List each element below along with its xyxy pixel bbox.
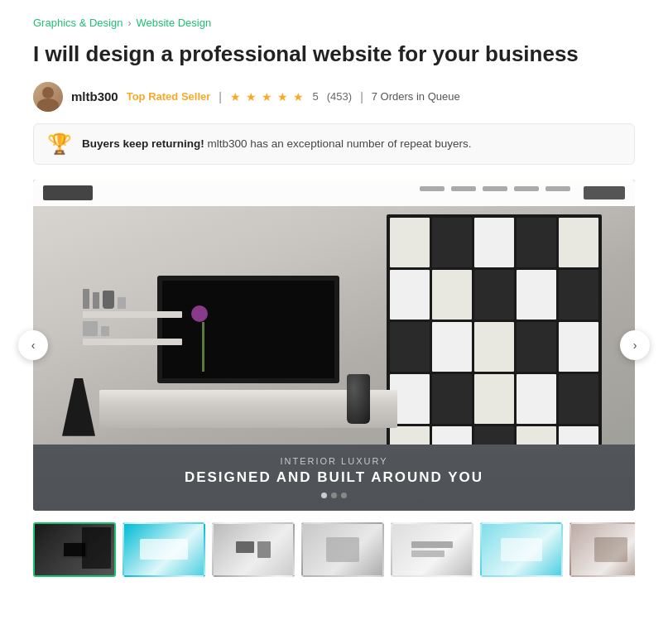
buyers-banner: 🏆 Buyers keep returning! mltb300 has an … bbox=[33, 123, 635, 165]
top-rated-badge: Top Rated Seller bbox=[127, 90, 211, 103]
breadcrumb: Graphics & Design › Website Design bbox=[33, 17, 635, 29]
orders-queue: 7 Orders in Queue bbox=[372, 90, 460, 103]
seller-name[interactable]: mltb300 bbox=[71, 89, 118, 103]
carousel-arrow-left[interactable]: ‹ bbox=[18, 330, 48, 360]
floor-vase bbox=[347, 374, 370, 424]
page-title: I will design a professional website for… bbox=[33, 41, 596, 69]
thumbnail-7[interactable] bbox=[569, 522, 635, 577]
fake-navbar bbox=[33, 180, 635, 206]
seller-row: mltb300 Top Rated Seller | ★ ★ ★ ★ ★ 5 (… bbox=[33, 82, 635, 112]
thumbnail-4[interactable] bbox=[301, 522, 384, 577]
trophy-icon: 🏆 bbox=[47, 132, 72, 156]
rating-value: 5 bbox=[313, 90, 319, 103]
thumbnail-1[interactable] bbox=[33, 522, 116, 577]
carousel-dot-3[interactable] bbox=[341, 493, 347, 498]
caption-title: DESIGNED AND BUILT AROUND YOU bbox=[185, 469, 483, 486]
buyers-text: Buyers keep returning! mltb300 has an ex… bbox=[82, 137, 472, 150]
carousel-dots bbox=[321, 493, 347, 498]
thumbnail-3[interactable] bbox=[212, 522, 295, 577]
stars: ★ ★ ★ ★ ★ bbox=[230, 90, 305, 103]
carousel-arrow-right[interactable]: › bbox=[620, 330, 650, 360]
avatar bbox=[33, 82, 63, 112]
plant bbox=[199, 314, 208, 372]
thumbnail-5[interactable] bbox=[391, 522, 473, 577]
breadcrumb-link-graphics[interactable]: Graphics & Design bbox=[33, 17, 123, 29]
carousel-dot-1[interactable] bbox=[321, 493, 327, 498]
carousel-dot-2[interactable] bbox=[331, 493, 337, 498]
carousel-background: INTERIOR LUXURY DESIGNED AND BUILT AROUN… bbox=[33, 180, 635, 511]
review-count: (453) bbox=[327, 90, 352, 103]
thumbnail-6[interactable] bbox=[480, 522, 563, 577]
caption-subtitle: INTERIOR LUXURY bbox=[280, 456, 387, 466]
caption-bar: INTERIOR LUXURY DESIGNED AND BUILT AROUN… bbox=[33, 445, 635, 511]
thumbnail-2[interactable] bbox=[123, 522, 205, 577]
thumbnail-strip: › bbox=[33, 522, 635, 577]
carousel-wrapper: INTERIOR LUXURY DESIGNED AND BUILT AROUN… bbox=[33, 180, 635, 511]
scene bbox=[33, 206, 635, 445]
breadcrumb-link-website[interactable]: Website Design bbox=[136, 17, 211, 29]
carousel-main: INTERIOR LUXURY DESIGNED AND BUILT AROUN… bbox=[33, 180, 635, 511]
fake-logo bbox=[43, 185, 93, 200]
fake-nav-links bbox=[420, 186, 625, 199]
shelf-unit bbox=[387, 214, 602, 445]
left-shelf bbox=[83, 289, 182, 348]
breadcrumb-sep: › bbox=[127, 17, 131, 29]
